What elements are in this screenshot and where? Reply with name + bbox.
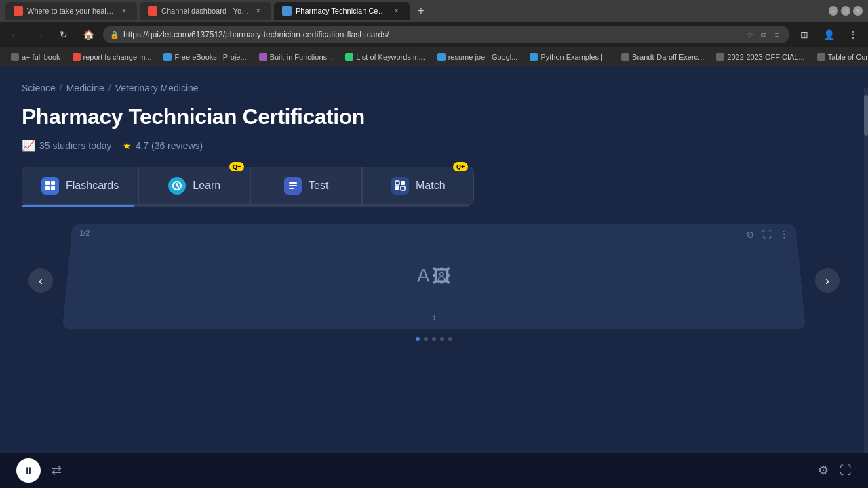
bookmark-1[interactable]: a+ full book — [5, 52, 66, 62]
bookmark2-label: report fs change m... — [83, 53, 152, 61]
svg-rect-4 — [289, 182, 297, 184]
test-mode-button[interactable]: Test — [250, 167, 362, 205]
extensions-button[interactable]: ⊞ — [795, 25, 814, 44]
browser-tab-1[interactable]: Where to take your healthcare... ✕ — [5, 2, 137, 20]
back-button[interactable]: ← — [5, 25, 24, 44]
fullscreen-icon: ⛶ — [840, 464, 852, 477]
shuffle-icon: ⇄ — [52, 464, 62, 477]
minimize-button[interactable]: ─ — [829, 6, 838, 16]
tab3-favicon — [282, 6, 292, 16]
settings-menu-button[interactable]: ⋮ — [844, 25, 863, 44]
title-bar: Where to take your healthcare... ✕ Chann… — [0, 0, 868, 22]
extensions-icon[interactable]: ⧉ — [758, 29, 769, 40]
svg-rect-0 — [45, 181, 50, 185]
refresh-button[interactable]: ↻ — [54, 25, 73, 44]
bookmark6-icon — [437, 53, 446, 61]
progress-dot-5 — [448, 337, 452, 341]
card-image-icon[interactable]: 🖼 — [432, 265, 451, 287]
inactive-mode-track — [134, 205, 469, 207]
card-text-display: A 🖼 — [417, 265, 451, 287]
card-bottom-controls: ↕ — [432, 312, 436, 322]
bottom-controls-bar: ⏸ ⇄ ⚙ ⛶ — [0, 453, 868, 488]
bookmark9-icon — [716, 53, 724, 61]
card-flip-icon[interactable]: ↕ — [432, 312, 436, 322]
close-button[interactable]: ✕ — [853, 6, 863, 16]
bookmark4-label: Built-in Functions... — [270, 53, 334, 61]
svg-rect-5 — [289, 185, 297, 186]
card-settings-button[interactable]: ⚙ — [818, 463, 829, 478]
tab1-close[interactable]: ✕ — [119, 6, 129, 16]
bottom-left-controls: ⏸ ⇄ — [16, 458, 62, 483]
flashcard-next-button[interactable]: › — [815, 268, 840, 293]
profile-button[interactable]: 👤 — [819, 25, 838, 44]
match-label: Match — [416, 180, 446, 192]
breadcrumb-sep-1: / — [60, 83, 62, 94]
shuffle-button[interactable]: ⇄ — [52, 463, 62, 478]
url-text: https://quizlet.com/6137512/pharmacy-tec… — [123, 30, 741, 39]
bookmark-9[interactable]: 2022-2023 OFFICIAL... — [711, 52, 810, 62]
stats-row: 📈 35 studiers today ★ 4.7 (36 reviews) — [22, 139, 846, 152]
learn-mode-button[interactable]: Q+ Learn — [138, 167, 250, 205]
bookmark2-icon — [73, 53, 81, 61]
address-bar-icons: ☆ ⧉ ≡ — [745, 29, 783, 40]
flashcard-main[interactable]: 1/2 ⊙ ⛶ ⋮ A 🖼 — [62, 224, 806, 329]
breadcrumb-science[interactable]: Science — [22, 83, 56, 94]
flashcard-area: ‹ 1/2 ⊙ ⛶ ⋮ — [22, 220, 846, 341]
new-tab-button[interactable]: + — [412, 2, 430, 20]
card-font-icon[interactable]: A — [417, 265, 430, 286]
page-title: Pharmacy Technician Certification — [22, 104, 846, 129]
svg-rect-9 — [401, 181, 405, 185]
card-share-icon[interactable]: ⊙ — [746, 229, 755, 239]
tab2-favicon — [148, 6, 157, 16]
test-icon — [284, 177, 302, 195]
bookmark-6[interactable]: resume joe - Googl... — [432, 52, 524, 62]
browser-tab-2[interactable]: Channel dashboard - YouTube S... ✕ — [140, 2, 271, 20]
svg-rect-6 — [289, 188, 294, 189]
tab2-title: Channel dashboard - YouTube S... — [161, 7, 250, 15]
browser-tab-3[interactable]: Pharmacy Technician Certificatio... ✕ — [274, 2, 410, 20]
forward-button[interactable]: → — [30, 25, 49, 44]
tab2-close[interactable]: ✕ — [254, 6, 263, 16]
breadcrumb-veterinary[interactable]: Veterinary Medicine — [115, 83, 199, 94]
scrollbar-thumb[interactable] — [864, 95, 868, 136]
match-mode-button[interactable]: Q+ Match — [362, 167, 474, 205]
bottom-right-controls: ⚙ ⛶ — [818, 463, 852, 478]
breadcrumb-sep-2: / — [108, 83, 111, 94]
scrollbar-track[interactable] — [864, 88, 868, 488]
bookmark3-icon — [163, 53, 172, 61]
card-action-buttons: ⊙ ⛶ ⋮ — [746, 229, 789, 239]
window-controls: ─ □ ✕ — [829, 6, 863, 16]
reading-mode-icon[interactable]: ≡ — [772, 29, 783, 40]
svg-rect-8 — [401, 186, 405, 190]
star-bookmark-icon[interactable]: ☆ — [745, 29, 755, 40]
fullscreen-button[interactable]: ⛶ — [840, 464, 852, 478]
studiers-badge: 📈 35 studiers today — [22, 139, 112, 152]
bookmark10-icon — [817, 53, 825, 61]
bookmark-5[interactable]: List of Keywords in... — [340, 52, 431, 62]
mode-underline — [22, 205, 469, 207]
studiers-count: 35 studiers today — [39, 140, 112, 151]
flashcard-prev-button[interactable]: ‹ — [28, 268, 53, 293]
svg-rect-10 — [395, 186, 399, 190]
bookmark-10[interactable]: Table of Contents... — [812, 52, 868, 62]
play-pause-button[interactable]: ⏸ — [16, 458, 41, 483]
bookmark-2[interactable]: report fs change m... — [67, 52, 157, 62]
flashcards-mode-button[interactable]: Flashcards — [22, 167, 138, 205]
address-bar[interactable]: 🔒 https://quizlet.com/6137512/pharmacy-t… — [103, 26, 789, 43]
flashcards-label: Flashcards — [66, 180, 119, 192]
bookmark-3[interactable]: Free eBooks | Proje... — [158, 52, 252, 62]
lock-icon: 🔒 — [110, 30, 119, 39]
home-button[interactable]: 🏠 — [79, 25, 98, 44]
bookmark-7[interactable]: Python Examples |... — [524, 52, 614, 62]
tab3-close[interactable]: ✕ — [392, 6, 401, 16]
maximize-button[interactable]: □ — [841, 6, 850, 16]
svg-rect-2 — [45, 186, 50, 190]
card-more-icon[interactable]: ⋮ — [779, 229, 789, 239]
card-fullscreen-icon[interactable]: ⛶ — [762, 229, 772, 239]
bookmark-4[interactable]: Built-in Functions... — [254, 52, 339, 62]
match-qplus-badge: Q+ — [453, 162, 468, 171]
bookmark-8[interactable]: Brandt-Daroff Exerc... — [616, 52, 709, 62]
bookmarks-bar: a+ full book report fs change m... Free … — [0, 47, 868, 66]
svg-rect-7 — [395, 181, 399, 185]
breadcrumb-medicine[interactable]: Medicine — [66, 83, 104, 94]
